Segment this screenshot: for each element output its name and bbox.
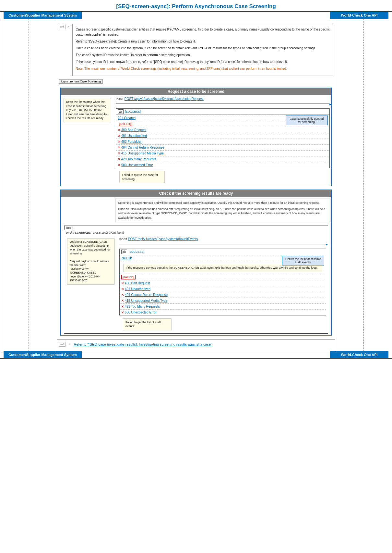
alt-success-2: alt [SUCCESS] 200 Ok [119, 249, 326, 315]
desc-p1: Screening is asynchronous and will be co… [118, 201, 327, 205]
right-note-success-2: Return the list of accessible audit even… [282, 256, 324, 265]
right-note-success-1: Case successfully queued for screening. [286, 116, 328, 125]
arrow-audit [326, 242, 328, 246]
diagram-body: ref ↗ Cases represent specific customer/… [0, 19, 392, 351]
resp2-500: ✕ 500 Unexpected Error [120, 309, 326, 315]
section2-description: Screening is asynchronous and will be co… [115, 199, 330, 222]
error-responses-1: ✕ 400 Bad Request ✕ 401 Unauthorized ✕ [116, 127, 329, 168]
endpoint-2[interactable]: POST /api/v1/cases/{caseSystemId}/auditE… [128, 237, 198, 241]
actor-left-footer: Customer/Supplier Management System [4, 351, 82, 358]
desc-p2: Once an initial wait period has elapsed … [118, 207, 327, 220]
endpoint-1[interactable]: POST /api/v1/cases/{caseSystemId}/screen… [125, 97, 204, 101]
loop-tag: loop [64, 226, 73, 230]
section1-header: Request a case to be screened [61, 88, 331, 95]
intro-p6: Note: The maximum number of World-Check … [76, 66, 330, 71]
actor-footers: Customer/Supplier Management System Worl… [0, 351, 392, 359]
center-col: ref ↗ Cases represent specific customer/… [57, 19, 335, 351]
intro-p1: Cases represent specific customer/suppli… [76, 27, 330, 37]
ref-tag: ref [59, 25, 65, 29]
resp-415: ✕ 415 Unsupported Media Type [116, 150, 329, 156]
alt-tag-2: alt [121, 250, 127, 254]
resp-429: ✕ 429 Too Many Requests [116, 156, 329, 162]
resp-500: ✕ 500 Unexpected Error [116, 162, 329, 168]
alt-cond-1: [SUCCESS] [125, 110, 141, 113]
failed-tag-2: [FAILED] [121, 275, 136, 279]
intro-p2: Refer to "[SEQ-case-create]: Create a ne… [76, 39, 330, 44]
left-lifeline [29, 19, 29, 351]
resp-401: ✕ 401 Unauthorized [116, 133, 329, 139]
intro-p3: Once a case has been entered into the sy… [76, 46, 330, 51]
alt-tag-1: alt [118, 109, 124, 114]
resp2-415: ✕ 415 Unsupported Media Type [120, 298, 326, 303]
bottom-link[interactable]: Refer to "[SEQ-case-investigate-results]… [74, 342, 212, 346]
left-note-1: Keep the timestamp when the case is subm… [64, 98, 111, 122]
bottom-ref-row: ref ↗ Refer to "[SEQ-case-investigate-re… [57, 339, 335, 349]
failed-tag-1: [FAILED] [118, 122, 132, 126]
section2: Check if the screening results are ready… [59, 190, 333, 336]
resp2-404: ✕ 404 Cannot Return Response [120, 292, 326, 298]
right-actor-col [335, 19, 392, 351]
intro-area: Cases represent specific customer/suppli… [72, 24, 333, 76]
resp-404: ✕ 404 Cannot Return Response [116, 144, 329, 150]
resp-400: ✕ 400 Bad Request [116, 127, 329, 133]
failed-note-2: Failed to get the list of audit events. [123, 318, 172, 330]
intro-p5: If the case system ID is not known for a… [76, 59, 330, 65]
alt-success-1: alt [SUCCESS] 201 Created Case s [116, 108, 330, 168]
error-responses-2: ✕ 400 Bad Request ✕ 401 Unauthorized [120, 280, 326, 315]
alt-cond-2: [SUCCESS] [129, 250, 145, 253]
arrow-request [329, 102, 331, 106]
resp-403: ✕ 403 Forbidden [116, 139, 329, 144]
right-lifeline [363, 19, 364, 351]
resp2-401: ✕ 401 Unauthorized [120, 286, 326, 292]
left-note-2: Look for a SCREENED_CASE audit event usi… [67, 238, 115, 285]
page-title: [SEQ-screen-async]: Perform Asynchronous… [0, 3, 392, 10]
failed-section-2: [FAILED] [120, 274, 326, 280]
loop-cond: Until a SCREENED_CASE audit event found [64, 230, 328, 235]
actor-headers: Customer/Supplier Management System Worl… [0, 11, 392, 19]
section2-header: Check if the screening results are ready [61, 190, 331, 197]
failed-note-1: Failed to queue the case for screening. [119, 171, 165, 183]
section1-tab: Asynchronous Case Screening [59, 79, 103, 84]
page-header: [SEQ-screen-async]: Perform Asynchronous… [0, 0, 392, 11]
actor-right-footer: World-Check One API [330, 351, 388, 358]
section1: Request a case to be screened Keep the t… [60, 88, 332, 186]
actor-left: Customer/Supplier Management System [4, 12, 82, 19]
resp2-429: ✕ 429 Too Many Requests [120, 303, 326, 309]
intro-p4: The case's system ID must be known, in o… [76, 53, 330, 58]
resp2-400: ✕ 400 Bad Request [120, 280, 326, 286]
bottom-ref-tag: ref [59, 342, 65, 347]
left-actor-col [0, 19, 57, 351]
loop-container: loop Until a SCREENED_CASE audit event f… [62, 226, 330, 334]
section2-box: Check if the screening results are ready… [60, 190, 332, 336]
loop-box: loop Until a SCREENED_CASE audit event f… [64, 226, 328, 334]
page-wrapper: [SEQ-screen-async]: Perform Asynchronous… [0, 0, 392, 359]
actor-right: World-Check One API [330, 12, 388, 19]
